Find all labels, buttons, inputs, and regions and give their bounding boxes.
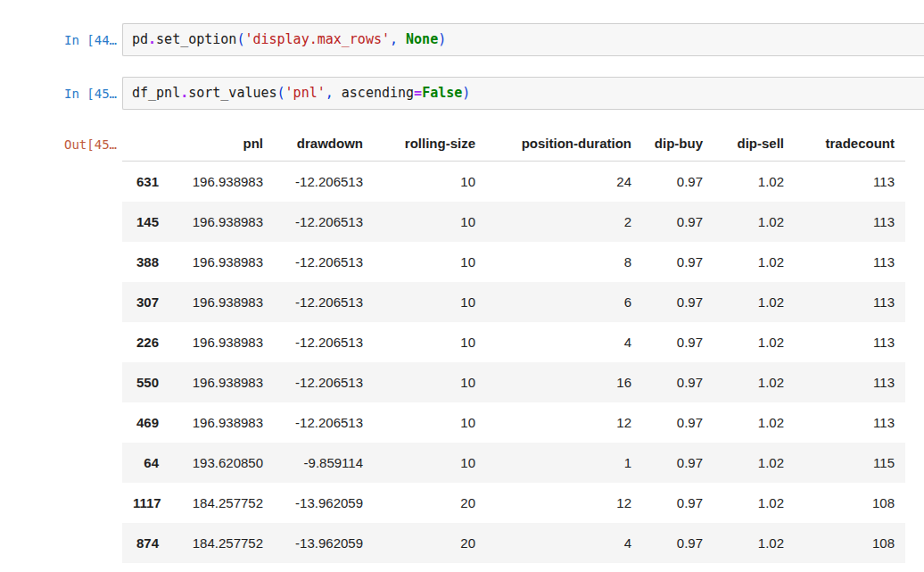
cell: 2 [486,202,642,242]
table-row: 307196.938983-12.2065131060.971.02113 [122,282,905,322]
cell: 108 [795,483,905,523]
code-token: ) [462,85,470,101]
df-header-row: pnldrawdownrolling-sizeposition-duration… [122,125,905,162]
code-token: df_pnl [132,85,180,101]
output-prompt-45: Out[45… [0,125,122,563]
cell: 1.02 [714,483,795,523]
cell: 10 [374,402,486,443]
column-header: pnl [169,125,274,162]
column-header: dip-sell [714,125,795,162]
code-token: set_option [156,31,236,47]
cell: 113 [795,282,905,322]
cell: 0.97 [642,322,714,362]
cell: -12.206513 [274,322,374,362]
cell: 113 [795,242,905,282]
cell: 196.938983 [169,162,274,203]
code-line[interactable]: pd.set_option('display.max_rows', None) [132,30,924,49]
cell: 196.938983 [169,202,274,242]
cell: 113 [795,362,905,402]
cell: 184.257752 [169,483,274,523]
cell: 10 [374,202,486,242]
cell: 10 [374,162,486,203]
table-row: 64193.620850-9.8591141010.971.02115 [122,443,905,483]
code-input-44[interactable]: pd.set_option('display.max_rows', None) [122,23,924,56]
cell: 193.620850 [169,443,274,483]
dataframe-table: pnldrawdownrolling-sizeposition-duration… [122,125,905,563]
cell: -12.206513 [274,282,374,322]
cell: 1 [486,443,642,483]
cell: 196.938983 [169,402,274,443]
table-row: 145196.938983-12.2065131020.971.02113 [122,202,905,242]
code-cell-44: In [44… pd.set_option('display.max_rows'… [0,23,924,56]
cell: 196.938983 [169,242,274,282]
code-token: pd [132,31,148,47]
cell: 1.02 [714,402,795,443]
cell: 4 [486,322,642,362]
cell: 113 [795,402,905,443]
code-token: = [414,85,422,101]
dataframe-output: pnldrawdownrolling-sizeposition-duration… [122,125,924,563]
table-row: 631196.938983-12.20651310240.971.02113 [122,162,905,203]
cell: -12.206513 [274,362,374,402]
cell: 16 [486,362,642,402]
code-token [398,31,406,47]
table-row: 226196.938983-12.2065131040.971.02113 [122,322,905,362]
code-line[interactable]: df_pnl.sort_values('pnl', ascending=Fals… [132,84,924,103]
cell: 12 [486,483,642,523]
row-index: 307 [122,282,169,322]
cell: -13.962059 [274,483,374,523]
cell: 0.97 [642,202,714,242]
cell: 8 [486,242,642,282]
cell: 10 [374,242,486,282]
column-header: tradecount [795,125,905,162]
row-index: 469 [122,402,169,443]
cell: 1.02 [714,523,795,563]
cell: 0.97 [642,362,714,402]
code-token: False [422,85,462,101]
cell: 10 [374,282,486,322]
table-row: 1117184.257752-13.96205920120.971.02108 [122,483,905,523]
cell: 0.97 [642,162,714,203]
cell: -12.206513 [274,402,374,443]
cell: 20 [374,523,486,563]
row-index: 1117 [122,483,169,523]
cell: 196.938983 [169,362,274,402]
cell: 0.97 [642,443,714,483]
cell: 1.02 [714,362,795,402]
cell: 113 [795,162,905,203]
code-token: ) [438,31,446,47]
cell: 0.97 [642,282,714,322]
cell: 1.02 [714,282,795,322]
cell: 12 [486,402,642,443]
cell: 1.02 [714,322,795,362]
cell: 196.938983 [169,322,274,362]
cell: -12.206513 [274,162,374,203]
code-token: 'pnl' [285,85,326,101]
cell: 1.02 [714,162,795,203]
code-token [334,85,342,101]
input-prompt-45: In [45… [0,87,122,101]
row-index: 388 [122,242,169,282]
code-token: 'display.max_rows' [244,31,390,47]
notebook: In [44… pd.set_option('display.max_rows'… [0,23,924,563]
cell: 196.938983 [169,282,274,322]
cell: 1.02 [714,202,795,242]
code-token: None [406,31,438,47]
cell: 113 [795,202,905,242]
cell: 113 [795,322,905,362]
cell: 115 [795,443,905,483]
cell: -12.206513 [274,242,374,282]
code-token: . [180,85,188,101]
cell: 6 [486,282,642,322]
index-column-header [122,125,169,162]
cell: 24 [486,162,642,203]
table-row: 874184.257752-13.9620592040.971.02108 [122,523,905,563]
code-token: , [390,31,398,47]
cell: -9.859114 [274,443,374,483]
cell: 108 [795,523,905,563]
df-body: 631196.938983-12.20651310240.971.0211314… [122,162,905,564]
code-token: , [326,85,334,101]
cell: 10 [374,443,486,483]
code-input-45[interactable]: df_pnl.sort_values('pnl', ascending=Fals… [122,77,924,110]
row-index: 64 [122,443,169,483]
